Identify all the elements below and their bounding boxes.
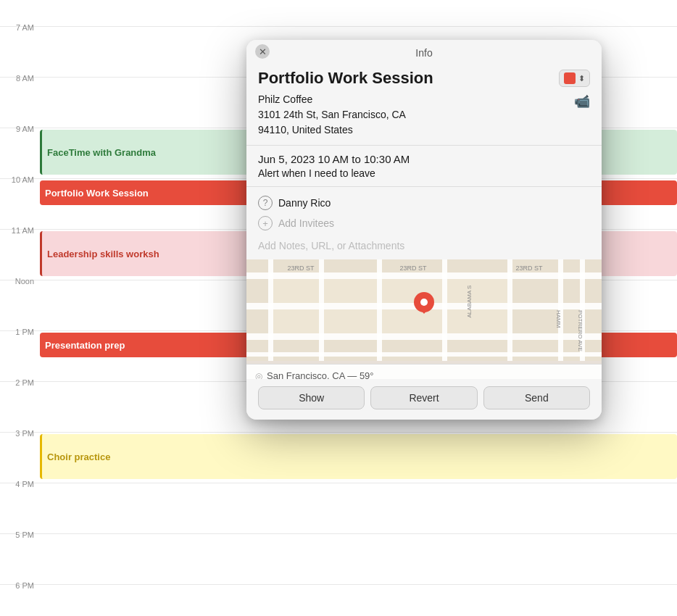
svg-text:23RD ST: 23RD ST: [515, 265, 543, 272]
video-camera-icon[interactable]: 📹: [574, 93, 590, 109]
svg-text:23RD ST: 23RD ST: [399, 265, 427, 272]
time-label-10am: 10 AM: [0, 174, 40, 184]
alert-text: Alert when I need to leave: [258, 167, 590, 179]
color-picker-button[interactable]: ⬍: [559, 70, 590, 87]
time-label-1pm: 1 PM: [0, 326, 40, 336]
popup-header: ✕ Info: [246, 40, 602, 63]
svg-rect-6: [319, 259, 324, 361]
choir-event-label: Choir practice: [47, 451, 110, 462]
popup-footer: Show Revert Send: [246, 379, 602, 420]
svg-rect-16: [273, 309, 319, 333]
svg-text:23RD ST: 23RD ST: [287, 265, 315, 272]
popup-header-title: Info: [415, 47, 432, 59]
time-label-6pm: 6 PM: [0, 580, 40, 590]
time-row-4pm: 4 PM: [0, 483, 677, 533]
time-content-3pm[interactable]: Choir practice: [40, 433, 677, 483]
time-label-11am: 11 AM: [0, 225, 40, 235]
revert-button[interactable]: Revert: [370, 386, 477, 409]
datetime-text: Jun 5, 2023 10 AM to 10:30 AM: [258, 153, 590, 165]
time-content-6pm: [40, 585, 677, 616]
info-popup: ✕ Info Portfolio Work Session ⬍ Philz Co…: [246, 40, 602, 420]
svg-rect-15: [447, 279, 507, 303]
divider-2: [246, 186, 602, 187]
time-label-noon: Noon: [0, 275, 40, 286]
map-location-icon: ◎: [255, 371, 262, 380]
map-footer: ◎ San Francisco, CA — 59°: [246, 364, 602, 379]
time-label-2pm: 2 PM: [0, 377, 40, 387]
popup-body: Portfolio Work Session ⬍ Philz Coffee 31…: [246, 63, 602, 259]
svg-rect-13: [324, 279, 377, 303]
organizer-row: ? Danny Rico: [258, 190, 590, 213]
leadership-event-label: Leadership skills worksh: [47, 249, 159, 259]
chevron-updown-icon: ⬍: [578, 74, 585, 83]
time-label-3pm: 3 PM: [0, 428, 40, 438]
event-title: Portfolio Work Session: [258, 69, 433, 88]
presentation-event-label: Presentation prep: [45, 340, 125, 351]
show-button[interactable]: Show: [258, 386, 365, 409]
time-content-5pm: [40, 534, 677, 584]
time-content-4pm: [40, 483, 677, 533]
portfolio-event-label: Portfolio Work Session: [45, 188, 149, 199]
location-name: Philz Coffee: [258, 92, 406, 107]
time-label-8am: 8 AM: [0, 72, 40, 83]
time-label-7am: 7 AM: [0, 22, 40, 32]
time-label-4pm: 4 PM: [0, 478, 40, 488]
svg-rect-17: [324, 309, 377, 333]
add-invitees-row[interactable]: + Add Invitees: [258, 213, 590, 236]
organizer-name: Danny Rico: [278, 197, 331, 209]
time-row-5pm: 5 PM: [0, 533, 677, 584]
organizer-question-icon: ?: [258, 196, 273, 210]
location-row: Philz Coffee 3101 24th St, San Francisco…: [258, 92, 590, 138]
svg-text:POTRERO AVE: POTRERO AVE: [577, 310, 583, 351]
choir-event[interactable]: Choir practice: [40, 434, 677, 479]
location-text: Philz Coffee 3101 24th St, San Francisco…: [258, 92, 406, 138]
map-svg: 23RD ST 23RD ST 23RD ST ALABAMA S POTRER…: [246, 259, 602, 361]
svg-rect-4: [246, 352, 602, 357]
svg-text:ALABAMA S: ALABAMA S: [466, 286, 473, 318]
close-button[interactable]: ✕: [255, 44, 270, 59]
add-invitees-label: Add Invitees: [278, 217, 334, 229]
svg-rect-19: [447, 309, 507, 333]
facetime-event-label: FaceTime with Grandma: [47, 147, 156, 158]
svg-rect-7: [377, 259, 382, 361]
notes-row[interactable]: Add Notes, URL, or Attachments: [258, 236, 590, 259]
color-swatch-red: [564, 72, 576, 84]
map-footer-text: San Francisco, CA — 59°: [267, 370, 374, 379]
send-button[interactable]: Send: [483, 386, 590, 409]
svg-rect-9: [507, 259, 512, 361]
map-container[interactable]: 23RD ST 23RD ST 23RD ST ALABAMA S POTRER…: [246, 259, 602, 379]
svg-rect-8: [442, 259, 447, 361]
time-label-5pm: 5 PM: [0, 529, 40, 539]
event-title-row: Portfolio Work Session ⬍: [258, 69, 590, 88]
location-address: 3101 24th St, San Francisco, CA94110, Un…: [258, 107, 406, 138]
svg-rect-1: [246, 272, 602, 279]
time-row-6pm: 6 PM: [0, 584, 677, 616]
svg-rect-3: [246, 333, 602, 340]
svg-point-27: [420, 299, 428, 306]
svg-rect-5: [268, 259, 273, 361]
notes-placeholder: Add Notes, URL, or Attachments: [258, 240, 404, 251]
time-label-9am: 9 AM: [0, 123, 40, 133]
svg-rect-12: [273, 279, 319, 303]
datetime-section: Jun 5, 2023 10 AM to 10:30 AM Alert when…: [258, 146, 590, 183]
time-row-3pm: 3 PM Choir practice: [0, 432, 677, 483]
svg-text:HAMM: HAMM: [555, 310, 562, 328]
add-invitees-icon: +: [258, 216, 273, 230]
svg-rect-18: [382, 309, 442, 333]
